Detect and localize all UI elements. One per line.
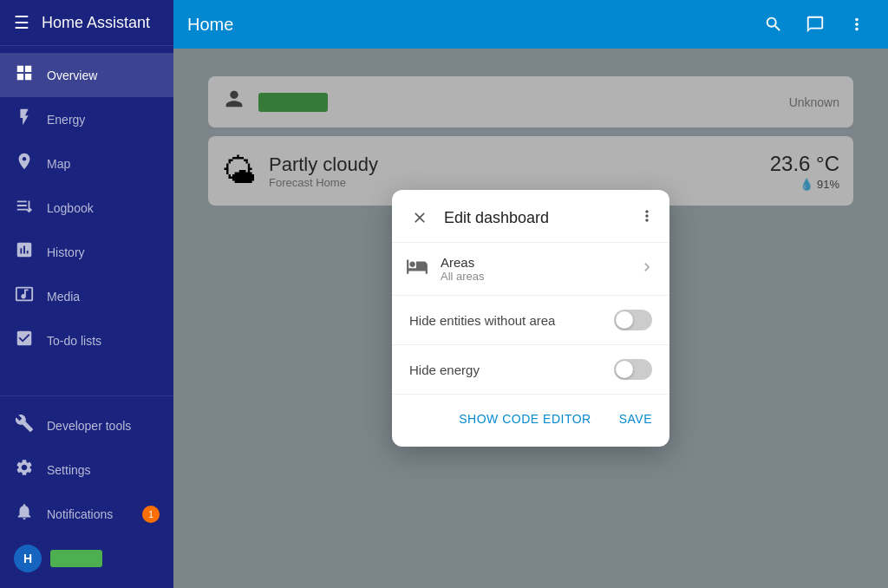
sidebar-item-settings[interactable]: Settings [0,448,173,492]
hide-energy-toggle[interactable] [614,359,652,380]
sidebar: ☰ Home Assistant Overview Energy Map Lo [0,0,173,588]
sidebar-item-logbook-label: Logbook [47,201,94,215]
sidebar-item-logbook[interactable]: Logbook [0,186,173,230]
modal-header: Edit dashboard [392,190,669,242]
sidebar-user-bar[interactable]: H [0,536,173,581]
user-status-bar [50,550,102,567]
more-button[interactable] [839,7,874,42]
energy-icon [14,108,35,131]
notifications-icon [14,502,35,526]
sidebar-item-media-label: Media [47,290,80,304]
hide-entities-row: Hide entities without area [392,295,669,344]
areas-row[interactable]: Areas All areas [392,242,669,295]
topbar-icons [756,7,874,42]
sidebar-bottom: Developer tools Settings Notifications 1… [0,395,173,588]
modal-title: Edit dashboard [444,209,628,227]
sidebar-item-notifications-label: Notifications [47,507,113,521]
search-button[interactable] [756,7,791,42]
areas-icon [406,255,428,283]
sidebar-item-devtools[interactable]: Developer tools [0,403,173,448]
media-icon [14,284,35,308]
modal-close-button[interactable] [406,204,434,232]
modal-overlay[interactable]: Edit dashboard Areas All areas [173,49,888,588]
logbook-icon [14,196,35,219]
app-title: Home Assistant [42,14,150,32]
sidebar-item-settings-label: Settings [47,463,91,477]
settings-icon [14,458,35,481]
sidebar-item-media[interactable]: Media [0,274,173,318]
hide-energy-label: Hide energy [409,363,614,377]
areas-title: Areas [441,255,626,270]
sidebar-item-devtools-label: Developer tools [47,419,131,433]
sidebar-item-todo-label: To-do lists [47,334,101,348]
sidebar-item-energy-label: Energy [47,113,85,127]
history-icon [14,240,35,264]
chat-button[interactable] [798,7,832,42]
page-title: Home [187,15,742,35]
topbar: Home [173,0,888,49]
show-code-editor-button[interactable]: SHOW CODE EDITOR [455,405,594,433]
menu-icon[interactable]: ☰ [14,12,29,33]
modal-footer: SHOW CODE EDITOR SAVE [392,394,669,447]
sidebar-item-map[interactable]: Map [0,141,173,186]
content-area: Unknown 🌤 Partly cloudy Forecast Home 23… [173,49,888,588]
sidebar-item-todo[interactable]: To-do lists [0,318,173,363]
save-button[interactable]: SAVE [616,405,656,433]
sidebar-item-energy[interactable]: Energy [0,97,173,141]
sidebar-item-overview[interactable]: Overview [0,53,173,97]
areas-subtitle: All areas [441,270,626,283]
devtools-icon [14,414,35,437]
edit-dashboard-modal: Edit dashboard Areas All areas [392,190,669,447]
hide-energy-row: Hide energy [392,344,669,394]
sidebar-header: ☰ Home Assistant [0,0,173,46]
sidebar-item-map-label: Map [47,157,70,171]
notification-badge: 1 [142,506,160,523]
sidebar-item-overview-label: Overview [47,69,97,82]
modal-more-button[interactable] [638,207,656,229]
map-icon [14,152,35,175]
hide-entities-toggle[interactable] [614,310,652,330]
sidebar-item-history-label: History [47,245,85,259]
todo-icon [14,329,35,352]
hide-entities-label: Hide entities without area [409,313,614,328]
overview-icon [14,63,35,87]
main-area: Home Unknown 🌤 [173,0,888,588]
areas-chevron-icon [638,258,656,280]
sidebar-item-history[interactable]: History [0,230,173,274]
areas-text-block: Areas All areas [441,255,626,283]
sidebar-nav: Overview Energy Map Logbook History [0,46,173,395]
user-avatar: H [14,545,42,572]
sidebar-item-notifications[interactable]: Notifications 1 [0,492,173,536]
